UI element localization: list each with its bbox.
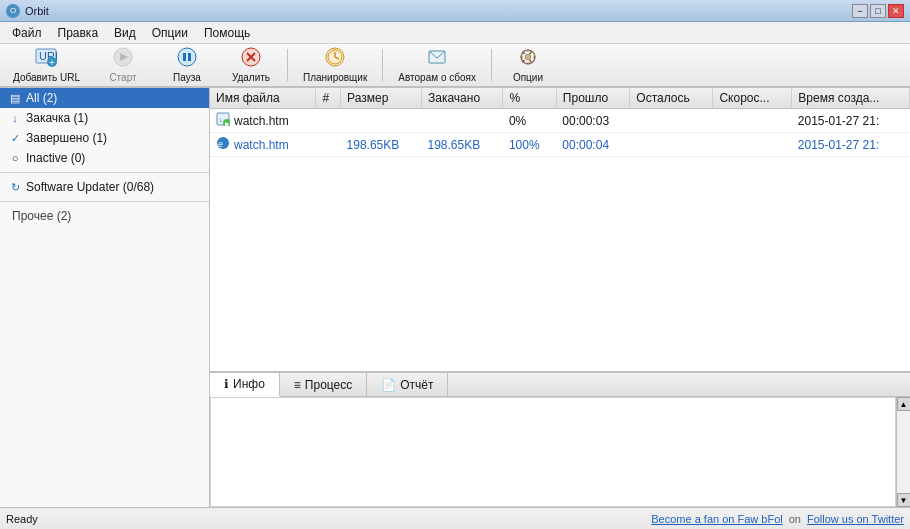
col-header-percent[interactable]: % xyxy=(503,88,556,109)
options-button[interactable]: Опции xyxy=(498,46,558,84)
toolbar-sep-2 xyxy=(382,49,383,81)
size-cell-2: 198.65KB xyxy=(341,133,422,157)
file-name-2: watch.htm xyxy=(234,138,289,152)
svg-rect-8 xyxy=(188,53,191,61)
delete-button[interactable]: Удалить xyxy=(221,46,281,84)
toolbar-sep-3 xyxy=(491,49,492,81)
tab-report[interactable]: 📄 Отчёт xyxy=(367,373,448,396)
sidebar-item-downloading[interactable]: ↓ Закачка (1) xyxy=(0,108,209,128)
delete-label: Удалить xyxy=(232,72,270,83)
percent-cell-2: 100% xyxy=(503,133,556,157)
svg-text:↓: ↓ xyxy=(219,116,223,123)
sidebar-item-all[interactable]: ▤ All (2) xyxy=(0,88,209,108)
col-header-num[interactable]: # xyxy=(316,88,341,109)
about-button[interactable]: Авторам о сбоях xyxy=(389,46,485,84)
updater-icon: ↻ xyxy=(8,180,22,194)
sidebar: ▤ All (2) ↓ Закачка (1) ✓ Завершено (1) … xyxy=(0,88,210,507)
status-separator: on xyxy=(789,513,801,525)
speed-cell-2 xyxy=(713,133,792,157)
downloaded-cell-2: 198.65KB xyxy=(422,133,503,157)
file-icon-completed: e watch.htm xyxy=(216,136,289,153)
speed-cell-1 xyxy=(713,109,792,133)
col-header-remaining[interactable]: Осталось xyxy=(630,88,713,109)
menu-file[interactable]: Файл xyxy=(4,24,50,42)
report-tab-label: Отчёт xyxy=(400,378,433,392)
remaining-cell-1 xyxy=(630,109,713,133)
maximize-button[interactable]: □ xyxy=(870,4,886,18)
menu-help[interactable]: Помощь xyxy=(196,24,258,42)
col-header-speed[interactable]: Скорос... xyxy=(713,88,792,109)
pause-label: Пауза xyxy=(173,72,201,83)
col-header-created[interactable]: Время созда... xyxy=(792,88,910,109)
file-icon-downloading: ↓ ▶ watch.htm xyxy=(216,112,289,129)
svg-text:▶: ▶ xyxy=(225,121,230,126)
scheduler-label: Планировщик xyxy=(303,72,367,83)
file-area: Имя файла # Размер Закачано % Прошло Ост… xyxy=(210,88,910,507)
file-name-cell: ↓ ▶ watch.htm xyxy=(210,109,316,133)
toolbar-sep-1 xyxy=(287,49,288,81)
sidebar-item-completed[interactable]: ✓ Завершено (1) xyxy=(0,128,209,148)
col-header-downloaded[interactable]: Закачано xyxy=(422,88,503,109)
pause-button[interactable]: Пауза xyxy=(157,46,217,84)
title-bar: O Orbit − □ ✕ xyxy=(0,0,910,22)
tab-process[interactable]: ≡ Процесс xyxy=(280,373,367,396)
svg-rect-7 xyxy=(183,53,186,61)
info-scrollbar[interactable]: ▲ ▼ xyxy=(896,397,910,507)
col-header-size[interactable]: Размер xyxy=(341,88,422,109)
file-table-container[interactable]: Имя файла # Размер Закачано % Прошло Ост… xyxy=(210,88,910,372)
about-icon xyxy=(427,47,447,70)
file-table: Имя файла # Размер Закачано % Прошло Ост… xyxy=(210,88,910,157)
start-button[interactable]: Старт xyxy=(93,46,153,84)
menu-view[interactable]: Вид xyxy=(106,24,144,42)
size-cell-1 xyxy=(341,109,422,133)
twitter-link[interactable]: Follow us on Twitter xyxy=(807,513,904,525)
sidebar-groups-label: Прочее (2) xyxy=(12,209,71,223)
info-tab-label: Инфо xyxy=(233,377,265,391)
scrollbar-up[interactable]: ▲ xyxy=(897,397,911,411)
window-title: Orbit xyxy=(25,5,852,17)
status-text: Ready xyxy=(6,513,38,525)
sidebar-item-inactive[interactable]: ○ Inactive (0) xyxy=(0,148,209,168)
completed-file-icon: e xyxy=(216,136,230,153)
status-bar: Ready Become a fan on Faw bFol on Follow… xyxy=(0,507,910,529)
sidebar-groups: Прочее (2) xyxy=(0,206,209,226)
info-content-wrapper: ▲ ▼ xyxy=(210,397,910,507)
add-url-button[interactable]: URL + Добавить URL xyxy=(4,46,89,84)
scrollbar-down[interactable]: ▼ xyxy=(897,493,911,507)
num-cell-2 xyxy=(316,133,341,157)
scheduler-icon xyxy=(325,47,345,70)
tab-info[interactable]: ℹ Инфо xyxy=(210,373,280,397)
col-header-elapsed[interactable]: Прошло xyxy=(556,88,629,109)
percent-cell-1: 0% xyxy=(503,109,556,133)
num-cell-1 xyxy=(316,109,341,133)
pause-icon xyxy=(177,47,197,70)
window-controls: − □ ✕ xyxy=(852,4,904,18)
file-name-1: watch.htm xyxy=(234,114,289,128)
downloading-icon: ↓ xyxy=(8,111,22,125)
sidebar-item-updater[interactable]: ↻ Software Updater (0/68) xyxy=(0,177,209,197)
elapsed-cell-1: 00:00:03 xyxy=(556,109,629,133)
table-row[interactable]: ↓ ▶ watch.htm 0% xyxy=(210,109,910,133)
col-header-name[interactable]: Имя файла xyxy=(210,88,316,109)
downloaded-cell-1 xyxy=(422,109,503,133)
minimize-button[interactable]: − xyxy=(852,4,868,18)
toolbar: URL + Добавить URL Старт Пауза xyxy=(0,44,910,88)
facebook-link[interactable]: Become a fan on Faw bFol xyxy=(651,513,782,525)
close-button[interactable]: ✕ xyxy=(888,4,904,18)
sidebar-completed-label: Завершено (1) xyxy=(26,131,107,145)
all-icon: ▤ xyxy=(8,91,22,105)
process-tab-label: Процесс xyxy=(305,378,352,392)
options-label: Опции xyxy=(513,72,543,83)
sidebar-divider-1 xyxy=(0,172,209,173)
menu-edit[interactable]: Правка xyxy=(50,24,107,42)
menu-options[interactable]: Опции xyxy=(144,24,196,42)
inactive-icon: ○ xyxy=(8,151,22,165)
sidebar-divider-2 xyxy=(0,201,209,202)
table-row[interactable]: e watch.htm 198.65KB 198.65KB 100% 00:00… xyxy=(210,133,910,157)
created-cell-2: 2015-01-27 21: xyxy=(792,133,910,157)
info-panel: ℹ Инфо ≡ Процесс 📄 Отчёт ▲ ▼ xyxy=(210,372,910,507)
file-name-cell-2: e watch.htm xyxy=(210,133,316,157)
svg-text:+: + xyxy=(49,57,55,67)
completed-icon: ✓ xyxy=(8,131,22,145)
scheduler-button[interactable]: Планировщик xyxy=(294,46,376,84)
